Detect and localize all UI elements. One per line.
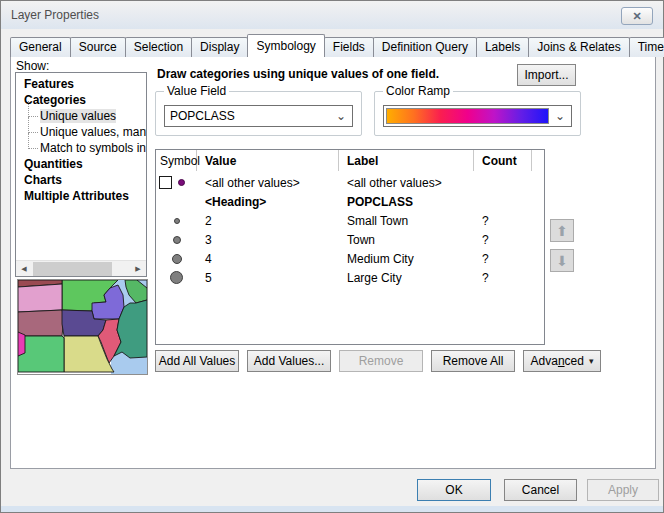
remove-button[interactable]: Remove — [339, 350, 423, 372]
row-value: 2 — [197, 214, 339, 228]
caret-down-icon: ▾ — [589, 356, 594, 366]
column-header-label[interactable]: Label — [339, 150, 474, 171]
import-button[interactable]: Import... — [517, 64, 576, 86]
table-row[interactable]: <all other values> <all other values> — [156, 173, 544, 192]
row-count: ? — [474, 271, 532, 285]
tree-item-quantities[interactable]: Quantities — [16, 156, 146, 172]
row-value: 3 — [197, 233, 339, 247]
tab-time[interactable]: Time — [629, 37, 664, 57]
table-row[interactable]: 5 Large City ? — [156, 268, 544, 287]
tabstrip: General Source Selection Display Symbolo… — [10, 35, 664, 57]
point-symbol-icon[interactable] — [172, 254, 182, 264]
up-arrow-icon: ⬆ — [556, 223, 568, 239]
table-header-row: Symbol Value Label Count — [156, 150, 544, 171]
tree-horizontal-scrollbar[interactable]: ◀ ▶ — [16, 260, 146, 276]
chevron-down-icon: ⌄ — [330, 109, 352, 123]
window-title: Layer Properties — [11, 8, 99, 22]
chevron-down-icon: ⌄ — [549, 109, 571, 123]
advanced-button[interactable]: Advanced ▾ — [523, 350, 601, 372]
tab-source[interactable]: Source — [70, 37, 126, 57]
color-ramp-combobox[interactable]: ⌄ — [383, 105, 572, 127]
row-label: Medium City — [339, 252, 474, 266]
row-count: ? — [474, 214, 532, 228]
value-field-value: POPCLASS — [165, 109, 330, 123]
scrollbar-thumb[interactable] — [33, 262, 112, 276]
color-ramp-label: Color Ramp — [383, 84, 453, 98]
add-values-button[interactable]: Add Values... — [247, 350, 331, 372]
scroll-right-icon[interactable]: ▶ — [130, 261, 146, 276]
row-label: <all other values> — [339, 176, 474, 190]
move-up-button[interactable]: ⬆ — [550, 219, 574, 242]
table-row[interactable]: 2 Small Town ? — [156, 211, 544, 230]
tree-item-match-symbols[interactable]: Match to symbols in a — [16, 140, 146, 156]
cancel-button[interactable]: Cancel — [504, 479, 577, 501]
move-down-button[interactable]: ⬇ — [550, 249, 574, 272]
row-value: <all other values> — [197, 176, 339, 190]
show-tree: Features Categories Unique values Unique… — [15, 72, 147, 277]
table-row-heading[interactable]: <Heading> POPCLASS — [156, 192, 544, 211]
window-frame — [1, 506, 663, 512]
tab-fields[interactable]: Fields — [324, 37, 374, 57]
color-ramp-swatch — [386, 108, 549, 124]
action-button-row: Add All Values Add Values... Remove Remo… — [155, 350, 601, 372]
tree-item-features[interactable]: Features — [16, 76, 146, 92]
titlebar[interactable]: Layer Properties ✕ — [1, 1, 663, 29]
tab-labels[interactable]: Labels — [476, 37, 529, 57]
point-symbol-icon[interactable] — [173, 236, 181, 244]
table-row[interactable]: 3 Town ? — [156, 230, 544, 249]
row-count: ? — [474, 233, 532, 247]
close-icon: ✕ — [632, 10, 641, 23]
state-region — [18, 310, 64, 337]
close-button[interactable]: ✕ — [621, 7, 653, 25]
row-label: POPCLASS — [339, 195, 474, 209]
value-field-combobox[interactable]: POPCLASS ⌄ — [164, 105, 353, 127]
point-symbol-icon[interactable] — [170, 271, 183, 284]
row-value: 4 — [197, 252, 339, 266]
tab-symbology[interactable]: Symbology — [247, 34, 324, 57]
row-value: <Heading> — [197, 195, 339, 209]
color-ramp-group: Color Ramp ⌄ — [374, 91, 581, 136]
tab-display[interactable]: Display — [191, 37, 248, 57]
scroll-left-icon[interactable]: ◀ — [16, 261, 32, 276]
row-label: Small Town — [339, 214, 474, 228]
tab-joins-relates[interactable]: Joins & Relates — [528, 37, 629, 57]
tree-item-multiple-attributes[interactable]: Multiple Attributes — [16, 188, 146, 204]
column-header-count[interactable]: Count — [474, 150, 532, 171]
values-table: Symbol Value Label Count <all other valu… — [155, 149, 545, 345]
layer-properties-dialog: Layer Properties ✕ General Source Select… — [0, 0, 664, 513]
remove-all-button[interactable]: Remove All — [431, 350, 515, 372]
value-field-group: Value Field POPCLASS ⌄ — [155, 91, 362, 136]
apply-button[interactable]: Apply — [587, 479, 659, 501]
all-other-values-checkbox[interactable] — [159, 176, 172, 189]
point-symbol-icon[interactable] — [178, 179, 185, 186]
state-region — [18, 332, 25, 356]
column-header-symbol[interactable]: Symbol — [156, 150, 197, 171]
value-field-label: Value Field — [164, 84, 229, 98]
tab-general[interactable]: General — [10, 37, 71, 57]
show-label: Show: — [16, 59, 49, 73]
row-count: ? — [474, 252, 532, 266]
point-symbol-icon[interactable] — [174, 218, 180, 224]
state-region — [18, 284, 62, 312]
map-preview — [18, 280, 147, 374]
symbology-preview — [17, 279, 148, 375]
add-all-values-button[interactable]: Add All Values — [155, 350, 239, 372]
ok-button[interactable]: OK — [417, 479, 491, 501]
row-label: Large City — [339, 271, 474, 285]
row-value: 5 — [197, 271, 339, 285]
method-description: Draw categories using unique values of o… — [157, 67, 509, 81]
tab-selection[interactable]: Selection — [125, 37, 192, 57]
column-header-value[interactable]: Value — [197, 150, 339, 171]
table-row[interactable]: 4 Medium City ? — [156, 249, 544, 268]
symbology-tab-page: Show: Features Categories Unique values … — [10, 56, 656, 469]
down-arrow-icon: ⬇ — [556, 253, 568, 269]
row-label: Town — [339, 233, 474, 247]
tab-definition-query[interactable]: Definition Query — [373, 37, 477, 57]
tree-item-charts[interactable]: Charts — [16, 172, 146, 188]
